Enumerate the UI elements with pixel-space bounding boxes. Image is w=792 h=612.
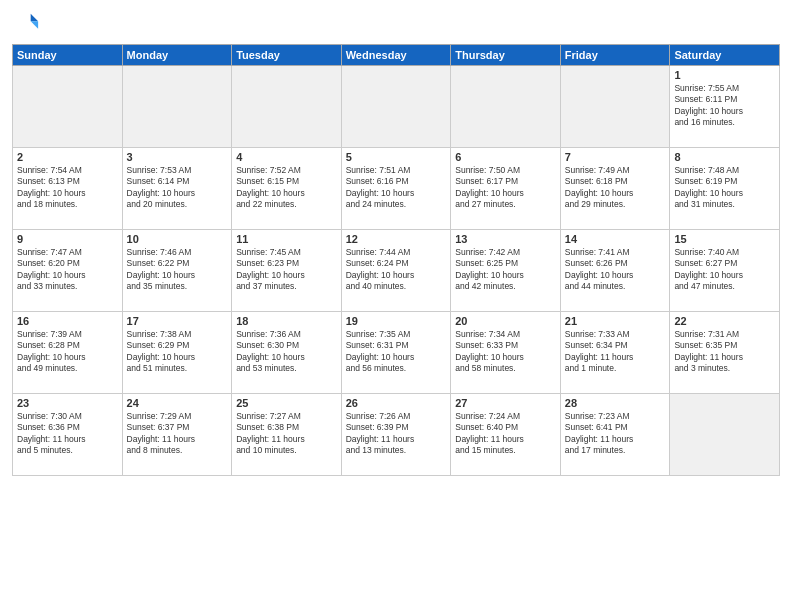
day-info: Sunrise: 7:33 AM Sunset: 6:34 PM Dayligh… (565, 329, 666, 375)
calendar-day-cell: 21Sunrise: 7:33 AM Sunset: 6:34 PM Dayli… (560, 312, 670, 394)
calendar-week-row: 2Sunrise: 7:54 AM Sunset: 6:13 PM Daylig… (13, 148, 780, 230)
header (12, 10, 780, 38)
calendar-day-cell: 10Sunrise: 7:46 AM Sunset: 6:22 PM Dayli… (122, 230, 232, 312)
day-info: Sunrise: 7:31 AM Sunset: 6:35 PM Dayligh… (674, 329, 775, 375)
day-info: Sunrise: 7:38 AM Sunset: 6:29 PM Dayligh… (127, 329, 228, 375)
calendar-day-cell: 22Sunrise: 7:31 AM Sunset: 6:35 PM Dayli… (670, 312, 780, 394)
day-info: Sunrise: 7:50 AM Sunset: 6:17 PM Dayligh… (455, 165, 556, 211)
calendar-day-cell: 17Sunrise: 7:38 AM Sunset: 6:29 PM Dayli… (122, 312, 232, 394)
day-number: 23 (17, 397, 118, 409)
calendar-week-row: 1Sunrise: 7:55 AM Sunset: 6:11 PM Daylig… (13, 66, 780, 148)
day-info: Sunrise: 7:24 AM Sunset: 6:40 PM Dayligh… (455, 411, 556, 457)
calendar-day-cell: 12Sunrise: 7:44 AM Sunset: 6:24 PM Dayli… (341, 230, 451, 312)
day-number: 7 (565, 151, 666, 163)
svg-marker-0 (31, 14, 38, 21)
calendar-day-cell: 11Sunrise: 7:45 AM Sunset: 6:23 PM Dayli… (232, 230, 342, 312)
day-number: 28 (565, 397, 666, 409)
day-info: Sunrise: 7:52 AM Sunset: 6:15 PM Dayligh… (236, 165, 337, 211)
day-info: Sunrise: 7:55 AM Sunset: 6:11 PM Dayligh… (674, 83, 775, 129)
day-info: Sunrise: 7:54 AM Sunset: 6:13 PM Dayligh… (17, 165, 118, 211)
day-number: 24 (127, 397, 228, 409)
calendar-day-cell (13, 66, 123, 148)
day-info: Sunrise: 7:41 AM Sunset: 6:26 PM Dayligh… (565, 247, 666, 293)
calendar-day-cell: 3Sunrise: 7:53 AM Sunset: 6:14 PM Daylig… (122, 148, 232, 230)
day-number: 20 (455, 315, 556, 327)
day-number: 27 (455, 397, 556, 409)
day-info: Sunrise: 7:45 AM Sunset: 6:23 PM Dayligh… (236, 247, 337, 293)
calendar-week-row: 23Sunrise: 7:30 AM Sunset: 6:36 PM Dayli… (13, 394, 780, 476)
day-info: Sunrise: 7:46 AM Sunset: 6:22 PM Dayligh… (127, 247, 228, 293)
day-info: Sunrise: 7:47 AM Sunset: 6:20 PM Dayligh… (17, 247, 118, 293)
day-number: 15 (674, 233, 775, 245)
day-number: 9 (17, 233, 118, 245)
calendar-table: SundayMondayTuesdayWednesdayThursdayFrid… (12, 44, 780, 476)
calendar-week-row: 9Sunrise: 7:47 AM Sunset: 6:20 PM Daylig… (13, 230, 780, 312)
day-number: 16 (17, 315, 118, 327)
calendar-day-cell (560, 66, 670, 148)
day-number: 13 (455, 233, 556, 245)
day-number: 21 (565, 315, 666, 327)
day-number: 18 (236, 315, 337, 327)
day-info: Sunrise: 7:35 AM Sunset: 6:31 PM Dayligh… (346, 329, 447, 375)
calendar-day-cell: 13Sunrise: 7:42 AM Sunset: 6:25 PM Dayli… (451, 230, 561, 312)
calendar-day-cell (232, 66, 342, 148)
day-number: 2 (17, 151, 118, 163)
day-info: Sunrise: 7:44 AM Sunset: 6:24 PM Dayligh… (346, 247, 447, 293)
weekday-header-cell: Tuesday (232, 45, 342, 66)
weekday-header: SundayMondayTuesdayWednesdayThursdayFrid… (13, 45, 780, 66)
day-number: 19 (346, 315, 447, 327)
calendar-day-cell: 23Sunrise: 7:30 AM Sunset: 6:36 PM Dayli… (13, 394, 123, 476)
day-number: 11 (236, 233, 337, 245)
day-info: Sunrise: 7:42 AM Sunset: 6:25 PM Dayligh… (455, 247, 556, 293)
calendar-day-cell: 19Sunrise: 7:35 AM Sunset: 6:31 PM Dayli… (341, 312, 451, 394)
calendar-day-cell: 28Sunrise: 7:23 AM Sunset: 6:41 PM Dayli… (560, 394, 670, 476)
logo (12, 10, 44, 38)
day-info: Sunrise: 7:27 AM Sunset: 6:38 PM Dayligh… (236, 411, 337, 457)
day-number: 3 (127, 151, 228, 163)
page: SundayMondayTuesdayWednesdayThursdayFrid… (0, 0, 792, 612)
day-number: 22 (674, 315, 775, 327)
day-number: 14 (565, 233, 666, 245)
calendar-day-cell (451, 66, 561, 148)
day-number: 26 (346, 397, 447, 409)
day-info: Sunrise: 7:51 AM Sunset: 6:16 PM Dayligh… (346, 165, 447, 211)
calendar-day-cell: 24Sunrise: 7:29 AM Sunset: 6:37 PM Dayli… (122, 394, 232, 476)
day-info: Sunrise: 7:36 AM Sunset: 6:30 PM Dayligh… (236, 329, 337, 375)
day-number: 4 (236, 151, 337, 163)
calendar-body: 1Sunrise: 7:55 AM Sunset: 6:11 PM Daylig… (13, 66, 780, 476)
day-number: 1 (674, 69, 775, 81)
calendar-day-cell: 20Sunrise: 7:34 AM Sunset: 6:33 PM Dayli… (451, 312, 561, 394)
day-info: Sunrise: 7:48 AM Sunset: 6:19 PM Dayligh… (674, 165, 775, 211)
day-number: 5 (346, 151, 447, 163)
day-number: 8 (674, 151, 775, 163)
calendar-day-cell: 25Sunrise: 7:27 AM Sunset: 6:38 PM Dayli… (232, 394, 342, 476)
calendar-day-cell: 7Sunrise: 7:49 AM Sunset: 6:18 PM Daylig… (560, 148, 670, 230)
day-info: Sunrise: 7:30 AM Sunset: 6:36 PM Dayligh… (17, 411, 118, 457)
calendar-day-cell: 18Sunrise: 7:36 AM Sunset: 6:30 PM Dayli… (232, 312, 342, 394)
weekday-header-cell: Saturday (670, 45, 780, 66)
calendar-day-cell: 9Sunrise: 7:47 AM Sunset: 6:20 PM Daylig… (13, 230, 123, 312)
svg-marker-1 (31, 21, 38, 28)
weekday-header-cell: Friday (560, 45, 670, 66)
day-info: Sunrise: 7:49 AM Sunset: 6:18 PM Dayligh… (565, 165, 666, 211)
calendar-day-cell (670, 394, 780, 476)
calendar-day-cell: 4Sunrise: 7:52 AM Sunset: 6:15 PM Daylig… (232, 148, 342, 230)
day-number: 10 (127, 233, 228, 245)
calendar-day-cell (122, 66, 232, 148)
day-number: 6 (455, 151, 556, 163)
calendar-week-row: 16Sunrise: 7:39 AM Sunset: 6:28 PM Dayli… (13, 312, 780, 394)
calendar-day-cell: 6Sunrise: 7:50 AM Sunset: 6:17 PM Daylig… (451, 148, 561, 230)
calendar-day-cell: 14Sunrise: 7:41 AM Sunset: 6:26 PM Dayli… (560, 230, 670, 312)
logo-icon (12, 10, 40, 38)
calendar-day-cell: 5Sunrise: 7:51 AM Sunset: 6:16 PM Daylig… (341, 148, 451, 230)
day-info: Sunrise: 7:23 AM Sunset: 6:41 PM Dayligh… (565, 411, 666, 457)
day-info: Sunrise: 7:40 AM Sunset: 6:27 PM Dayligh… (674, 247, 775, 293)
weekday-header-cell: Monday (122, 45, 232, 66)
day-number: 17 (127, 315, 228, 327)
day-info: Sunrise: 7:34 AM Sunset: 6:33 PM Dayligh… (455, 329, 556, 375)
day-info: Sunrise: 7:29 AM Sunset: 6:37 PM Dayligh… (127, 411, 228, 457)
day-info: Sunrise: 7:39 AM Sunset: 6:28 PM Dayligh… (17, 329, 118, 375)
day-number: 25 (236, 397, 337, 409)
calendar-day-cell: 26Sunrise: 7:26 AM Sunset: 6:39 PM Dayli… (341, 394, 451, 476)
calendar-day-cell: 15Sunrise: 7:40 AM Sunset: 6:27 PM Dayli… (670, 230, 780, 312)
